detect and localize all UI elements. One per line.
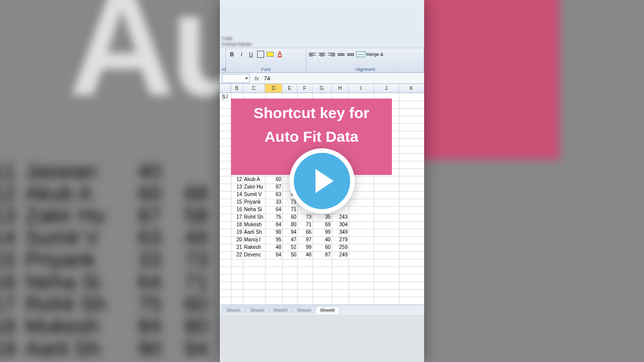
format-painter-label[interactable]: Format Painter	[222, 42, 252, 47]
play-icon	[294, 153, 350, 209]
align-right-button[interactable]	[328, 50, 336, 58]
cell[interactable]: 16	[231, 206, 243, 214]
ribbon-top-blur: Copy Format Painter	[220, 0, 424, 48]
sheet-tab-sheet4[interactable]: Sheet4	[291, 306, 316, 314]
fx-label[interactable]: fx	[252, 75, 262, 81]
cell[interactable]: 99	[312, 229, 332, 236]
align-center-button[interactable]	[318, 50, 326, 58]
indent-dec-button[interactable]	[337, 50, 345, 58]
bold-button[interactable]: B	[228, 50, 236, 58]
sheet-tab-sheet5[interactable]: Sheet5	[315, 306, 341, 314]
cell[interactable]: Rohit Sh	[243, 214, 265, 221]
name-box[interactable]	[222, 74, 250, 83]
indent-inc-button[interactable]	[347, 50, 355, 58]
cell[interactable]: 22	[231, 251, 243, 259]
cell[interactable]: 64	[265, 251, 282, 259]
sheet-tab-sheet1[interactable]: Sheet1	[221, 306, 246, 314]
cell[interactable]: Priyank	[243, 199, 265, 206]
font-group: B I U A Font	[226, 48, 306, 72]
cell[interactable]: 48	[297, 251, 312, 259]
cell[interactable]: 48	[265, 244, 282, 251]
cell[interactable]: Mukesh	[243, 221, 265, 229]
cell[interactable]: 279	[332, 236, 349, 244]
col-header-I[interactable]: I	[349, 84, 374, 93]
cell[interactable]: 75	[265, 214, 282, 221]
underline-button[interactable]: U	[247, 50, 255, 58]
cell[interactable]: 63	[265, 191, 282, 199]
italic-button[interactable]: I	[237, 50, 246, 58]
cell[interactable]: 33	[265, 199, 282, 206]
cell[interactable]: 52	[282, 244, 297, 251]
sheet-tab-sheet2[interactable]: Sheet2	[245, 306, 270, 314]
cell[interactable]: 249	[332, 251, 349, 259]
play-button[interactable]	[289, 148, 355, 214]
col-header-E[interactable]: E	[282, 84, 297, 93]
cell[interactable]: Zakir Hu	[243, 184, 265, 191]
cell[interactable]: 71	[282, 206, 297, 214]
overlay-line1: Shortcut key for	[254, 105, 369, 121]
cell[interactable]: 304	[332, 221, 349, 229]
cell[interactable]: 66	[297, 229, 312, 236]
col-header-K[interactable]: K	[399, 84, 424, 93]
sheet-tabs: Sheet1Sheet2Sheet3Sheet4Sheet5	[220, 305, 424, 315]
cell[interactable]: 20	[231, 236, 243, 244]
cell[interactable]: 40	[312, 236, 332, 244]
cell[interactable]: 95	[265, 236, 282, 244]
cell[interactable]: 87	[312, 251, 332, 259]
cell[interactable]: 19	[231, 229, 243, 236]
cell[interactable]: Neha Si	[243, 206, 265, 214]
bottom-pad	[220, 315, 424, 362]
font-color-button[interactable]: A	[276, 50, 284, 58]
cell[interactable]: Akub A	[243, 176, 265, 184]
formula-value[interactable]: 74	[262, 75, 270, 81]
borders-button[interactable]	[257, 50, 265, 58]
col-header-G[interactable]: G	[312, 84, 332, 93]
col-header-H[interactable]: H	[332, 84, 349, 93]
cell[interactable]: 13	[231, 184, 243, 191]
cell[interactable]: 69	[312, 221, 332, 229]
sheet-tab-sheet3[interactable]: Sheet3	[268, 306, 293, 314]
cell[interactable]: 50	[282, 251, 297, 259]
col-header-J[interactable]: J	[374, 84, 399, 93]
cell[interactable]: 14	[231, 191, 243, 199]
cell[interactable]: 60	[282, 214, 297, 221]
overlay-line2: Auto Fit Data	[265, 128, 359, 145]
cell[interactable]: 60	[312, 244, 332, 251]
cell[interactable]: 47	[282, 236, 297, 244]
copy-label[interactable]: Copy	[222, 36, 252, 41]
fill-color-button[interactable]	[266, 50, 274, 58]
select-all-corner[interactable]	[220, 84, 231, 93]
cell[interactable]: 259	[332, 244, 349, 251]
cell[interactable]: Aarti Sh	[243, 229, 265, 236]
cell[interactable]: 73	[297, 214, 312, 221]
cell[interactable]: 35	[312, 214, 332, 221]
col-header-F[interactable]: F	[297, 84, 312, 93]
cell[interactable]: 243	[332, 214, 349, 221]
align-left-button[interactable]	[308, 50, 316, 58]
cell[interactable]: 71	[297, 221, 312, 229]
cell[interactable]: 84	[265, 221, 282, 229]
cell[interactable]: 18	[231, 221, 243, 229]
cell[interactable]: 17	[231, 214, 243, 221]
cell-header[interactable]: S.l	[221, 94, 231, 101]
cell[interactable]: 90	[265, 229, 282, 236]
cell[interactable]: Sumit V	[243, 191, 265, 199]
cell[interactable]: 80	[282, 221, 297, 229]
cell[interactable]: 64	[265, 206, 282, 214]
cell[interactable]: 60	[265, 176, 282, 184]
cell[interactable]: 87	[265, 184, 282, 191]
cell[interactable]: 15	[231, 199, 243, 206]
cell[interactable]: 21	[231, 244, 243, 251]
col-header-D[interactable]: D	[265, 84, 282, 93]
cell[interactable]: Rakesh	[243, 244, 265, 251]
cell[interactable]: 94	[282, 229, 297, 236]
cell[interactable]: 99	[297, 244, 312, 251]
cell[interactable]: 12	[231, 176, 243, 184]
cell[interactable]: 349	[332, 229, 349, 236]
col-header-B[interactable]: B	[231, 84, 243, 93]
col-header-C[interactable]: C	[243, 84, 265, 93]
cell[interactable]: 97	[297, 236, 312, 244]
cell[interactable]: Devenc	[243, 251, 265, 259]
merge-button[interactable]: Merge &	[356, 51, 383, 57]
cell[interactable]: Manoj I	[243, 236, 265, 244]
